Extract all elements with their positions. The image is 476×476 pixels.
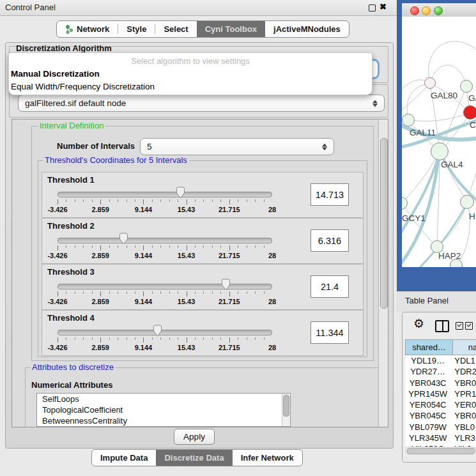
node-label-gal80: GAL80 — [431, 91, 457, 100]
list-item[interactable]: BetweennessCentrality — [37, 415, 290, 426]
panel-title: Control Panel — [5, 3, 56, 12]
table-body: YDL19…YDL1 YDR27…YDR2 YBR043CYBR0 YPR145… — [405, 355, 476, 447]
node-label-hap2: HAP2 — [438, 251, 461, 261]
threshold-2-value-field[interactable]: 6.316 — [311, 229, 349, 252]
top-tab-bar: Network Style Select Cyni Toolbox jActiv… — [56, 20, 349, 38]
node-gal11[interactable] — [403, 114, 415, 127]
number-of-intervals-value: 5 — [147, 142, 152, 151]
node-label-c: C — [470, 120, 476, 130]
table-row[interactable]: YDL19…YDL1 — [405, 355, 476, 366]
table-row[interactable]: YDR27…YDR2 — [405, 366, 476, 377]
attributes-group-label: Attributes to discretize — [30, 363, 116, 371]
screen: Control Panel ✖ Network Style Select Cyn… — [0, 0, 476, 476]
gear-icon[interactable]: ⚙ — [413, 318, 424, 330]
tab-infer-network[interactable]: Infer Network — [233, 450, 302, 466]
combo-spinner-icon — [322, 143, 327, 150]
threshold-1-label: Threshold 1 — [47, 175, 95, 185]
threshold-2-label: Threshold 2 — [47, 221, 95, 231]
threshold-4-value-field[interactable]: 11.344 — [311, 321, 349, 344]
number-of-intervals-label: Number of Intervals — [57, 141, 135, 151]
combo-spinner-icon — [372, 100, 378, 107]
threshold-1-panel: Threshold 1 -3.4262.8599.14415.4321.7152… — [42, 172, 364, 218]
threshold-2-slider-thumb[interactable] — [119, 233, 128, 245]
discretization-algorithm-label: Discretization Algorithm — [14, 44, 114, 52]
settings-scrollbar[interactable] — [378, 119, 388, 427]
thresholds-group-label: Threshold's Coordinates for 5 Intervals — [43, 156, 189, 164]
dropdown-option-equal-width[interactable]: Equal Width/Frequency Discretization — [9, 81, 372, 93]
checkbox-icon[interactable] — [465, 322, 473, 330]
node-gcy1[interactable] — [402, 197, 408, 210]
tab-cyni-toolbox[interactable]: Cyni Toolbox — [197, 21, 265, 37]
tab-impute-data[interactable]: Impute Data — [92, 450, 156, 466]
node-gal80[interactable] — [425, 78, 436, 89]
mac-close-icon[interactable] — [410, 6, 419, 15]
column-header-shared[interactable]: shared… — [405, 339, 453, 355]
bottom-tab-bar: Impute Data Discretize Data Infer Networ… — [91, 449, 303, 466]
tab-discretize-data[interactable]: Discretize Data — [156, 450, 232, 466]
close-icon[interactable]: ✖ — [380, 2, 387, 12]
apply-button[interactable]: Apply — [174, 429, 215, 445]
table-row[interactable]: YPR145WYPR1 — [405, 388, 476, 399]
table-row[interactable]: YBR045CYBR0 — [405, 410, 476, 421]
table-panel-title: Table Panel — [405, 296, 449, 305]
algorithm-dropdown-popup: Select algorithm to view settings Manual… — [8, 52, 372, 95]
mac-minimize-icon[interactable] — [422, 6, 431, 15]
tab-style[interactable]: Style — [118, 21, 155, 37]
node-label-gal11: GAL11 — [410, 128, 436, 137]
node-ga-partial[interactable] — [461, 81, 473, 93]
table-data-combobox[interactable]: galFiltered.sif default node — [18, 95, 385, 112]
columns-icon[interactable] — [435, 320, 449, 332]
node-label-gcy1: GCY1 — [402, 213, 426, 223]
tab-network[interactable]: Network — [57, 21, 118, 37]
node-label-gal4: GAL4 — [441, 160, 463, 169]
threshold-4-slider-thumb[interactable] — [153, 325, 162, 337]
table-panel: ⚙ shared… na YDL19…YDL1 YDR27…YDR2 YBR04… — [402, 312, 476, 463]
network-view-canvas[interactable]: GAL80 GA C GAL11 GAL4 GCY1 H HAP2 — [402, 17, 476, 267]
numerical-attributes-list: SelfLoops TopologicalCoefficient Between… — [36, 393, 291, 427]
horizontal-scrollbar[interactable] — [405, 447, 476, 454]
tab-jactivemnodules[interactable]: jActiveMNodules — [265, 21, 349, 37]
node-label-ga: GA — [468, 93, 476, 103]
mac-zoom-icon[interactable] — [434, 6, 443, 15]
threshold-3-label: Threshold 3 — [47, 267, 95, 277]
threshold-3-panel: Threshold 3 -3.4262.8599.14415.4321.7152… — [42, 264, 364, 310]
threshold-4-panel: Threshold 4 -3.4262.8599.14415.4321.7152… — [42, 310, 364, 356]
number-of-intervals-combobox[interactable]: 5 — [140, 138, 334, 155]
list-scrollbar[interactable] — [282, 394, 290, 426]
threshold-3-slider-track[interactable] — [58, 284, 272, 289]
table-row[interactable]: YBL079WYBL0 — [405, 422, 476, 433]
threshold-3-value-field[interactable]: 21.4 — [311, 275, 349, 298]
dropdown-hint: Select algorithm to view settings — [9, 55, 372, 68]
node-label-h: H — [469, 211, 475, 221]
control-panel-titlebar: Control Panel ✖ — [0, 0, 397, 16]
node-red-selected[interactable] — [464, 106, 476, 119]
table-row[interactable]: YER054CYER0 — [405, 399, 476, 410]
node-h-partial[interactable] — [461, 196, 474, 209]
list-item[interactable]: SelfLoops — [37, 394, 290, 404]
threshold-4-slider-track[interactable] — [58, 330, 272, 335]
table-row[interactable]: YBR043CYBR0 — [405, 378, 476, 388]
float-window-icon[interactable] — [369, 4, 376, 12]
checkbox-icon[interactable] — [456, 322, 463, 330]
table-row[interactable]: YLR345WYLR3 — [405, 433, 476, 443]
numerical-attributes-label: Numerical Attributes — [31, 380, 112, 390]
network-graph: GAL80 GA C GAL11 GAL4 GCY1 H HAP2 — [402, 17, 476, 267]
table-data-value: galFiltered.sif default node — [25, 98, 126, 108]
column-header-name[interactable]: na — [453, 339, 476, 355]
network-icon — [65, 25, 73, 34]
tab-network-label: Network — [77, 24, 109, 34]
threshold-3-slider-thumb[interactable] — [221, 279, 231, 291]
threshold-2-slider-track[interactable] — [58, 238, 272, 243]
settings-scroll-pane: Interval Definition Number of Intervals … — [12, 119, 388, 427]
network-window-titlebar — [402, 3, 476, 17]
node-gal4[interactable] — [431, 143, 449, 160]
threshold-1-slider-track[interactable] — [58, 192, 272, 197]
threshold-1-value-field[interactable]: 14.713 — [311, 183, 349, 206]
threshold-1-slider-thumb[interactable] — [176, 187, 185, 199]
dropdown-option-manual[interactable]: Manual Discretization — [9, 68, 372, 81]
list-item[interactable]: TopologicalCoefficient — [37, 404, 290, 415]
table-header-row: shared… na — [405, 339, 476, 355]
tab-select[interactable]: Select — [155, 21, 196, 37]
threshold-4-label: Threshold 4 — [47, 313, 95, 323]
table-panel-titlebar: Table Panel — [397, 291, 476, 312]
